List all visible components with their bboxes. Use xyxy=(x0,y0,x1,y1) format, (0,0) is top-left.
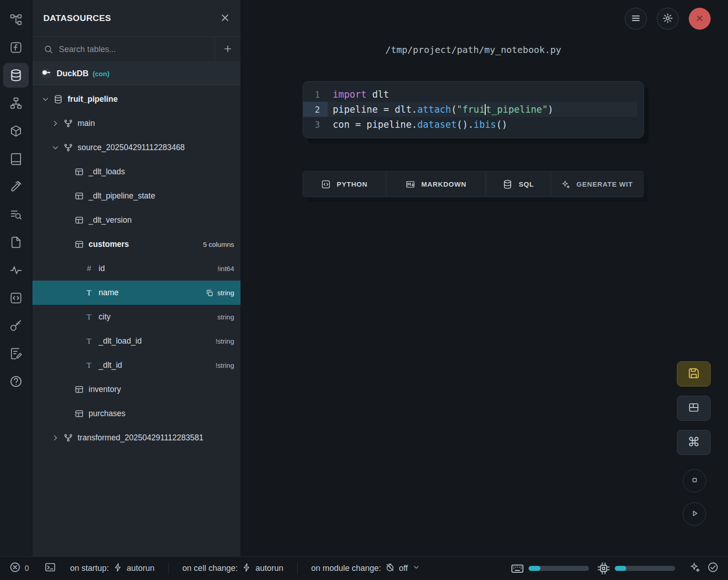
tree-row-transformed_202504291112283581[interactable]: transformed_202504291112283581 xyxy=(32,426,241,450)
rail-book-icon[interactable] xyxy=(3,146,29,171)
stop-button[interactable] xyxy=(683,469,706,492)
tree-row-_dlt_id[interactable]: T_dlt_id!string xyxy=(32,353,241,377)
chevron-right-icon[interactable] xyxy=(50,434,61,442)
keyboard-activity-meter[interactable] xyxy=(529,566,589,571)
code-cell[interactable]: 1import dlt2pipeline = dlt.attach("fruit… xyxy=(303,81,644,138)
menu-button[interactable] xyxy=(625,8,647,30)
db-icon xyxy=(52,94,63,104)
tree-meta: !string xyxy=(215,361,234,369)
markdown-icon xyxy=(405,179,415,189)
tree-row-inventory[interactable]: inventory xyxy=(32,377,241,402)
rail-package-icon[interactable] xyxy=(3,119,29,143)
settings-button[interactable] xyxy=(657,8,679,30)
table-icon xyxy=(73,215,84,225)
tree-meta: !int64 xyxy=(217,265,234,272)
tree-row-customers[interactable]: customers5 columns xyxy=(32,232,241,256)
tree-label: inventory xyxy=(89,385,121,394)
on-startup-setting[interactable]: on startup: autorun xyxy=(70,563,154,575)
keyboard-shortcuts-button[interactable]: ⌘ xyxy=(677,430,711,455)
datasource-tree: fruit_pipelinemainsource_202504291112283… xyxy=(32,85,241,556)
save-icon xyxy=(688,367,700,381)
tree-row-fruit_pipeline[interactable]: fruit_pipeline xyxy=(32,87,241,111)
rail-code-icon[interactable] xyxy=(3,286,29,310)
chevron-down-icon[interactable] xyxy=(40,95,51,104)
add-cell-sql-button[interactable]: SQL xyxy=(486,171,550,197)
code-sq-icon xyxy=(321,179,331,189)
rail-database-icon[interactable] xyxy=(3,63,29,88)
tree-row-main[interactable]: main xyxy=(32,111,241,136)
add-cell-python-button[interactable]: PYTHON xyxy=(303,171,386,197)
on-module-change-setting[interactable]: on module change: off xyxy=(311,563,420,575)
command-icon: ⌘ xyxy=(688,436,700,449)
chevron-right-icon[interactable] xyxy=(50,119,61,128)
on-cell-change-setting[interactable]: on cell change: autorun xyxy=(183,563,283,575)
on-startup-value: autorun xyxy=(127,564,155,573)
rail-file-icon[interactable] xyxy=(3,230,29,255)
save-button[interactable] xyxy=(677,361,711,387)
tree-row-purchases[interactable]: purchases xyxy=(32,402,241,426)
tree-row-_dlt_loads[interactable]: _dlt_loads xyxy=(32,160,241,184)
run-button[interactable] xyxy=(683,502,706,526)
add-cell-generate-wit-button[interactable]: GENERATE WIT xyxy=(551,171,644,197)
tree-meta: !string xyxy=(215,337,234,345)
chevron-down-icon xyxy=(412,563,420,574)
error-count: 0 xyxy=(25,564,29,573)
rail-list-search-icon[interactable] xyxy=(3,202,29,227)
tree-label: main xyxy=(78,119,95,128)
tree-row-source_202504291112283468[interactable]: source_202504291112283468 xyxy=(32,136,241,160)
copy-icon[interactable] xyxy=(205,289,214,297)
code-text: con = pipeline.dataset().ibis() xyxy=(328,117,637,132)
tree-label: _dlt_pipeline_state xyxy=(89,191,155,201)
tree-row-_dlt_version[interactable]: _dlt_version xyxy=(32,208,241,232)
tree-meta: string xyxy=(217,313,234,321)
meter-fill xyxy=(529,566,540,571)
code-line-1[interactable]: 1import dlt xyxy=(303,87,644,102)
tree-row-id[interactable]: #id!int64 xyxy=(32,256,241,281)
cpu-activity-meter[interactable] xyxy=(615,566,675,571)
chevron-down-icon[interactable] xyxy=(50,143,61,152)
tree-row-_dlt_pipeline_state[interactable]: _dlt_pipeline_state xyxy=(32,184,241,208)
rail-key-icon[interactable] xyxy=(3,314,29,338)
rail-tools-icon[interactable] xyxy=(3,174,29,199)
rail-tree-icon[interactable] xyxy=(3,7,29,32)
error-circle-icon xyxy=(9,561,21,575)
table-icon xyxy=(73,409,84,418)
status-bar: 0 on startup: autorun on cell change: au… xyxy=(0,556,728,580)
separator xyxy=(168,563,169,575)
close-panel-button[interactable] xyxy=(220,12,230,25)
code-line-2[interactable]: 2pipeline = dlt.attach("fruit_pipeline") xyxy=(303,102,644,117)
close-icon xyxy=(220,12,230,25)
code-line-3[interactable]: 3con = pipeline.dataset().ibis() xyxy=(303,117,644,132)
table-icon xyxy=(73,385,84,394)
terminal-button[interactable] xyxy=(44,561,56,575)
layout-button[interactable] xyxy=(677,396,711,421)
table-icon xyxy=(73,240,84,249)
rail-sitemap-icon[interactable] xyxy=(3,91,29,115)
add-cell-label: SQL xyxy=(519,180,534,188)
tree-label: purchases xyxy=(89,409,126,418)
engine-row-duckdb[interactable]: DuckDB (con) xyxy=(32,62,241,85)
tree-label: fruit_pipeline xyxy=(68,94,118,104)
tree-row-city[interactable]: Tcitystring xyxy=(32,305,241,329)
shutdown-button[interactable] xyxy=(689,8,711,30)
health-check-button[interactable] xyxy=(707,561,719,575)
rail-help-icon[interactable] xyxy=(3,369,29,394)
code-text: pipeline = dlt.attach("fruit_pipeline") xyxy=(328,102,637,117)
tree-row-name[interactable]: Tnamestring xyxy=(32,281,241,305)
ai-assist-button[interactable] xyxy=(689,561,701,575)
rail-function-icon[interactable] xyxy=(3,35,29,60)
duckdb-logo-icon xyxy=(40,67,52,80)
tree-label: name xyxy=(99,288,119,298)
add-datasource-button[interactable] xyxy=(215,37,241,62)
tree-row-_dlt_load_id[interactable]: T_dlt_load_id!string xyxy=(32,329,241,353)
tree-label: customers xyxy=(89,240,129,249)
rail-notes-icon[interactable] xyxy=(3,341,29,366)
add-cell-row: PYTHONMARKDOWNSQLGENERATE WIT xyxy=(303,171,644,197)
error-indicator[interactable]: 0 xyxy=(9,561,29,575)
bolt-icon xyxy=(113,563,123,575)
engine-connection-badge: (con) xyxy=(93,70,110,78)
rail-activity-icon[interactable] xyxy=(3,258,29,282)
bolt-icon xyxy=(242,563,251,575)
search-input[interactable] xyxy=(59,45,215,54)
add-cell-markdown-button[interactable]: MARKDOWN xyxy=(386,171,486,197)
